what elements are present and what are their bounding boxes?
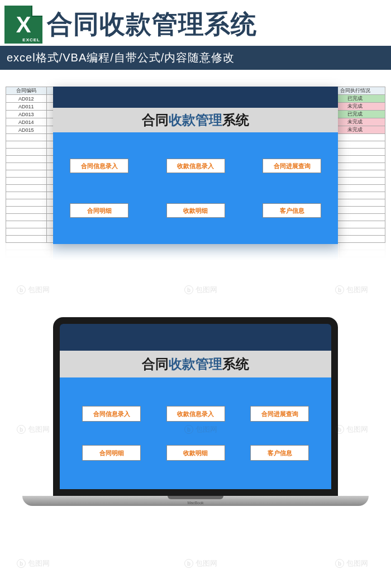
button-row-1: 合同信息录入 收款信息录入 合同进展查询 (70, 159, 321, 173)
watermark: b包图网 (17, 285, 50, 295)
laptop-payment-detail-button[interactable]: 收款明细 (166, 445, 225, 461)
contract-info-entry-button[interactable]: 合同信息录入 (70, 159, 128, 173)
cell-code: AD013 (6, 111, 47, 118)
watermark-icon: b (335, 285, 344, 294)
laptop-contract-info-entry-button[interactable]: 合同信息录入 (82, 406, 141, 422)
cell-code: AD011 (6, 103, 47, 111)
button-row-2: 合同明细 收款明细 客户信息 (70, 203, 321, 218)
excel-logo-icon: X EXCEL (4, 6, 42, 44)
title-part1: 合同 (142, 112, 169, 127)
reflection (6, 242, 385, 273)
laptop-brand: MacBook (187, 501, 203, 505)
watermark-icon: b (17, 559, 26, 568)
spreadsheet-section: 合同编码 客户名称 剩余天数 合同执行情况 AD012A公司1已完成AD011A… (6, 87, 385, 273)
payment-info-entry-button[interactable]: 收款信息录入 (166, 159, 225, 173)
laptop-header-strip (60, 324, 331, 351)
laptop-customer-info-button[interactable]: 客户信息 (250, 445, 309, 461)
contract-progress-query-button[interactable]: 合同进展查询 (263, 159, 321, 173)
dashboard-title: 合同收款管理系统 (53, 108, 338, 132)
laptop-contract-progress-query-button[interactable]: 合同进展查询 (250, 406, 309, 422)
excel-x-letter: X (16, 12, 31, 37)
laptop-contract-detail-button[interactable]: 合同明细 (82, 445, 141, 461)
laptop-payment-info-entry-button[interactable]: 收款信息录入 (166, 406, 225, 422)
top-banner: X EXCEL 合同收款管理系统 (0, 0, 391, 46)
laptop-dashboard-title: 合同收款管理系统 (60, 351, 331, 377)
customer-info-button[interactable]: 客户信息 (263, 203, 321, 218)
th-code: 合同编码 (6, 87, 47, 95)
watermark-icon: b (335, 559, 344, 568)
cell-code: AD012 (6, 95, 47, 103)
laptop-title-part1: 合同 (142, 356, 169, 371)
title-highlight: 收款管理 (169, 112, 222, 127)
dashboard-body: 合同信息录入 收款信息录入 合同进展查询 合同明细 收款明细 客户信息 (53, 132, 338, 244)
page-subtitle: excel格式/VBA编程/自带公式/内容随意修改 (0, 46, 391, 70)
laptop-title-part2: 系统 (222, 356, 249, 371)
dashboard-card: 合同收款管理系统 合同信息录入 收款信息录入 合同进展查询 合同明细 收款明细 … (53, 87, 338, 244)
dashboard-header-strip (53, 87, 338, 108)
laptop-screen: 合同收款管理系统 合同信息录入 收款信息录入 合同进展查询 合同明细 收款明细 … (53, 317, 338, 496)
watermark-icon: b (17, 285, 26, 294)
watermark: b包图网 (184, 285, 217, 295)
page-title: 合同收款管理系统 (47, 7, 257, 42)
laptop-mockup: 合同收款管理系统 合同信息录入 收款信息录入 合同进展查询 合同明细 收款明细 … (0, 317, 391, 506)
laptop-content: 合同收款管理系统 合同信息录入 收款信息录入 合同进展查询 合同明细 收款明细 … (60, 324, 331, 489)
contract-detail-button[interactable]: 合同明细 (70, 203, 128, 218)
watermark: b包图网 (335, 558, 368, 568)
excel-label: EXCEL (22, 37, 40, 42)
laptop-notch (168, 496, 223, 499)
laptop-dashboard-body: 合同信息录入 收款信息录入 合同进展查询 合同明细 收款明细 客户信息 (60, 377, 331, 489)
watermark: b包图网 (335, 285, 368, 295)
watermark-icon: b (184, 559, 193, 568)
laptop-button-row-2: 合同明细 收款明细 客户信息 (82, 445, 309, 461)
laptop-base: MacBook (22, 496, 369, 506)
cell-code: AD014 (6, 118, 47, 126)
laptop-button-row-1: 合同信息录入 收款信息录入 合同进展查询 (82, 406, 309, 422)
watermark-icon: b (184, 285, 193, 294)
title-part2: 系统 (222, 112, 249, 127)
laptop-title-highlight: 收款管理 (169, 356, 222, 371)
watermark: b包图网 (17, 558, 50, 568)
watermark: b包图网 (184, 558, 217, 568)
payment-detail-button[interactable]: 收款明细 (166, 203, 225, 218)
cell-code: AD015 (6, 126, 47, 134)
